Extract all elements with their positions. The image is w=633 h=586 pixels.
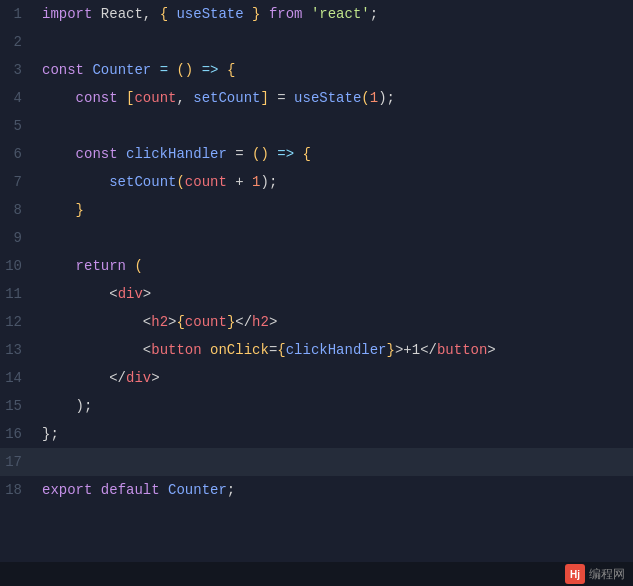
line-number: 13 [0, 337, 38, 363]
token: setCount [109, 174, 176, 190]
token: div [118, 286, 143, 302]
token: ( [361, 90, 369, 106]
line-number: 16 [0, 421, 38, 447]
watermark-logo: Hj 编程网 [565, 564, 625, 584]
line-content: export default Counter; [38, 477, 633, 503]
token: const [42, 146, 126, 162]
token: 1 [370, 90, 378, 106]
token [260, 6, 268, 22]
token: () [176, 62, 193, 78]
line-content: import React, { useState } from 'react'; [38, 1, 633, 27]
token [42, 202, 76, 218]
code-line: 7 setCount(count + 1); [0, 168, 633, 196]
watermark: Hj 编程网 [0, 562, 633, 586]
line-content: ); [38, 393, 633, 419]
line-number: 15 [0, 393, 38, 419]
token: }; [42, 426, 59, 442]
token: useState [294, 90, 361, 106]
line-content: <button onClick={clickHandler}>+1</butto… [38, 337, 633, 363]
line-content: return ( [38, 253, 633, 279]
line-number: 7 [0, 169, 38, 195]
token: ( [134, 258, 142, 274]
token: ; [370, 6, 378, 22]
code-editor: 1import React, { useState } from 'react'… [0, 0, 633, 562]
token: { [227, 62, 235, 78]
code-line: 15 ); [0, 392, 633, 420]
token: h2 [252, 314, 269, 330]
token: { [303, 146, 311, 162]
code-line: 12 <h2>{count}</h2> [0, 308, 633, 336]
token: from [269, 6, 303, 22]
line-number: 5 [0, 113, 38, 139]
token: clickHandler [286, 342, 387, 358]
token [42, 286, 109, 302]
line-content [38, 225, 633, 251]
token: ); [260, 174, 277, 190]
token: = [160, 62, 168, 78]
token: } [387, 342, 395, 358]
line-content: } [38, 197, 633, 223]
code-line: 8 } [0, 196, 633, 224]
token: button [437, 342, 487, 358]
token: ); [42, 398, 92, 414]
line-content [38, 29, 633, 55]
line-content: }; [38, 421, 633, 447]
token: ); [378, 90, 395, 106]
line-number: 10 [0, 253, 38, 279]
token: ( [176, 174, 184, 190]
token: => [277, 146, 294, 162]
token [302, 6, 310, 22]
line-content: const clickHandler = () => { [38, 141, 633, 167]
token: > [269, 314, 277, 330]
token: h2 [151, 314, 168, 330]
line-number: 11 [0, 281, 38, 307]
token: < [143, 342, 151, 358]
token: React, [92, 6, 159, 22]
token: </ [109, 370, 126, 386]
token: return [42, 258, 134, 274]
code-line: 4 const [count, setCount] = useState(1); [0, 84, 633, 112]
token: { [277, 342, 285, 358]
token: ] [260, 90, 268, 106]
token: count [185, 314, 227, 330]
token: div [126, 370, 151, 386]
token: const [42, 90, 126, 106]
line-number: 9 [0, 225, 38, 251]
token: = [269, 90, 294, 106]
token [42, 314, 143, 330]
token: => [202, 62, 219, 78]
token [202, 342, 210, 358]
line-number: 12 [0, 309, 38, 335]
line-content [38, 113, 633, 139]
token [193, 62, 201, 78]
token: export [42, 482, 92, 498]
token: } [76, 202, 84, 218]
code-line: 17 [0, 448, 633, 476]
token: () [252, 146, 269, 162]
line-content: const Counter = () => { [38, 57, 633, 83]
token: count [134, 90, 176, 106]
token: < [143, 314, 151, 330]
token: const [42, 62, 84, 78]
token: + [227, 174, 252, 190]
line-number: 17 [0, 449, 38, 475]
line-content: const [count, setCount] = useState(1); [38, 85, 633, 111]
token: useState [168, 6, 252, 22]
token [42, 174, 109, 190]
line-number: 6 [0, 141, 38, 167]
token: import [42, 6, 92, 22]
line-content: <div> [38, 281, 633, 307]
token: Counter [168, 482, 227, 498]
code-line: 10 return ( [0, 252, 633, 280]
code-line: 1import React, { useState } from 'react'… [0, 0, 633, 28]
token: </ [235, 314, 252, 330]
token: > [143, 286, 151, 302]
line-number: 3 [0, 57, 38, 83]
code-line: 13 <button onClick={clickHandler}>+1</bu… [0, 336, 633, 364]
code-line: 16}; [0, 420, 633, 448]
token: button [151, 342, 201, 358]
line-number: 14 [0, 365, 38, 391]
code-line: 5 [0, 112, 633, 140]
token: = [227, 146, 252, 162]
token: count [185, 174, 227, 190]
